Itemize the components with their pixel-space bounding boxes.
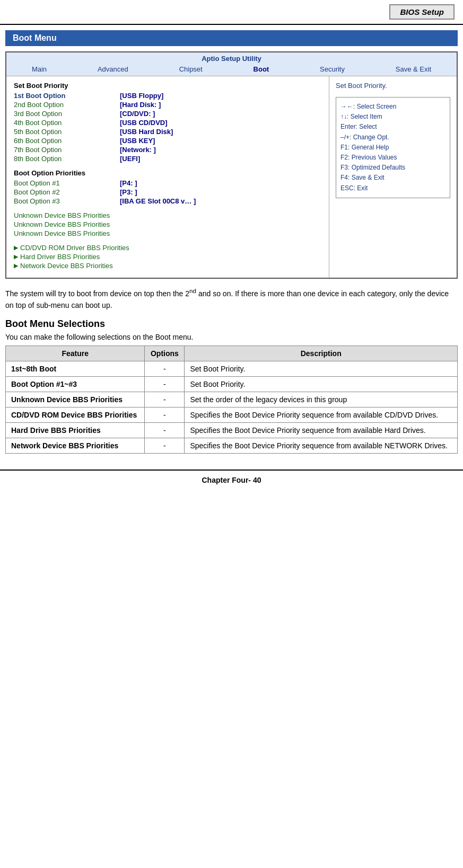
set-boot-priority-title: Set Boot Priority (14, 82, 321, 90)
priority-row-3: Boot Option #3 [IBA GE Slot 00C8 v… ] (14, 197, 321, 205)
boot-option-priorities-title: Boot Option Priorities (14, 169, 321, 177)
submenu-cdvd[interactable]: CD/DVD ROM Driver BBS Priorities (14, 244, 321, 252)
priority-value-1: [P4: ] (120, 179, 137, 187)
boot-opt-row-3: 3rd Boot Option [CD/DVD: ] (14, 110, 321, 118)
nav-tab-advanced[interactable]: Advanced (93, 64, 133, 74)
boot-opt-value-8: [UEFI] (120, 155, 140, 163)
priority-label-1[interactable]: Boot Option #1 (14, 179, 120, 187)
boot-opt-label-6[interactable]: 6th Boot Option (14, 137, 120, 145)
boot-opt-value-4: [USB CD/DVD] (120, 119, 168, 127)
hint-2: Enter: Select (340, 122, 445, 132)
table-header-description: Description (185, 346, 458, 361)
table-cell-description: Set Boot Priority. (185, 361, 458, 377)
table-cell-description: Set Boot Priority. (185, 377, 458, 392)
table-cell-description: Specifies the Boot Device Priority seque… (185, 438, 458, 454)
bios-nav-row: Main Advanced Chipset Boot Security Save… (6, 63, 457, 76)
nav-tab-chipset[interactable]: Chipset (175, 64, 207, 74)
body-text-1: The system will try to boot from device … (5, 289, 189, 298)
table-cell-feature: Unknown Device BBS Priorities (6, 392, 145, 408)
boot-opt-label-1[interactable]: 1st Boot Option (14, 92, 120, 100)
bios-left-panel: Set Boot Priority 1st Boot Option [USB F… (6, 76, 329, 278)
table-row: 1st~8th Boot - Set Boot Priority. (6, 361, 458, 377)
priority-row-1: Boot Option #1 [P4: ] (14, 179, 321, 187)
hint-3: –/+: Change Opt. (340, 132, 445, 143)
table-cell-options: - (145, 423, 185, 438)
boot-opt-row-1: 1st Boot Option [USB Floppy] (14, 92, 321, 100)
bios-title: BIOS Setup (389, 4, 455, 20)
body-text-sup: nd (189, 287, 196, 294)
unknown-device-3[interactable]: Unknown Device BBS Priorities (14, 229, 120, 237)
right-description: Set Boot Priority. (336, 82, 450, 90)
table-header-options: Options (145, 346, 185, 361)
table-cell-options: - (145, 377, 185, 392)
submenu-hdd[interactable]: Hard Driver BBS Priorities (14, 253, 321, 261)
hint-7: F4: Save & Exit (340, 173, 445, 183)
priority-label-3[interactable]: Boot Option #3 (14, 197, 120, 205)
bios-right-panel: Set Boot Priority. →←: Select Screen ↑↓:… (329, 76, 457, 278)
nav-tab-security[interactable]: Security (316, 64, 349, 74)
boot-opt-label-7[interactable]: 7th Boot Option (14, 146, 120, 154)
priority-label-2[interactable]: Boot Option #2 (14, 188, 120, 196)
nav-tab-main[interactable]: Main (28, 64, 51, 74)
boot-opt-value-7: [Network: ] (120, 146, 156, 154)
boot-opt-value-6: [USB KEY] (120, 137, 155, 145)
boot-opt-row-7: 7th Boot Option [Network: ] (14, 146, 321, 154)
boot-opt-label-4[interactable]: 4th Boot Option (14, 119, 120, 127)
footer-label: Chapter Four- 40 (202, 476, 261, 484)
bios-ui-wrapper: Aptio Setup Utility Main Advanced Chipse… (5, 51, 458, 279)
hint-5: F2: Previous Values (340, 153, 445, 163)
table-row: Boot Option #1~#3 - Set Boot Priority. (6, 377, 458, 392)
table-cell-feature: Hard Drive BBS Priorities (6, 423, 145, 438)
submenu-network[interactable]: Network Device BBS Priorities (14, 262, 321, 270)
table-header-feature: Feature (6, 346, 145, 361)
bios-nav-wrapper: Aptio Setup Utility Main Advanced Chipse… (6, 52, 457, 76)
table-row: Network Device BBS Priorities - Specifie… (6, 438, 458, 454)
aptio-title: Aptio Setup Utility (6, 52, 457, 63)
body-paragraph: The system will try to boot from device … (5, 286, 458, 311)
hint-8: ESC: Exit (340, 183, 445, 193)
page-footer: Chapter Four- 40 (0, 470, 463, 490)
priority-value-3: [IBA GE Slot 00C8 v… ] (120, 197, 196, 205)
selections-table: Feature Options Description 1st~8th Boot… (5, 346, 458, 454)
boot-opt-label-3[interactable]: 3rd Boot Option (14, 110, 120, 118)
table-cell-feature: CD/DVD ROM Device BBS Priorities (6, 408, 145, 423)
bios-hint-box: →←: Select Screen ↑↓: Select Item Enter:… (336, 97, 450, 198)
priority-value-2: [P3: ] (120, 188, 137, 196)
bios-header: BIOS Setup (0, 0, 463, 25)
table-cell-options: - (145, 392, 185, 408)
table-cell-feature: Network Device BBS Priorities (6, 438, 145, 454)
table-cell-options: - (145, 438, 185, 454)
selections-subtext: You can make the following selections on… (5, 333, 458, 341)
boot-menu-selections-heading: Boot Menu Selections (5, 318, 458, 330)
unknown-device-1[interactable]: Unknown Device BBS Priorities (14, 211, 120, 219)
hint-4: F1: General Help (340, 143, 445, 153)
boot-opt-row-5: 5th Boot Option [USB Hard Disk] (14, 128, 321, 136)
table-row: Hard Drive BBS Priorities - Specifies th… (6, 423, 458, 438)
boot-menu-heading: Boot Menu (5, 30, 458, 46)
boot-opt-label-2[interactable]: 2nd Boot Option (14, 101, 120, 109)
table-cell-feature: 1st~8th Boot (6, 361, 145, 377)
boot-opt-row-6: 6th Boot Option [USB KEY] (14, 137, 321, 145)
boot-opt-value-2: [Hard Disk: ] (120, 101, 161, 109)
nav-tab-save-exit[interactable]: Save & Exit (391, 64, 435, 74)
boot-opt-value-5: [USB Hard Disk] (120, 128, 173, 136)
boot-opt-row-2: 2nd Boot Option [Hard Disk: ] (14, 101, 321, 109)
table-cell-description: Specifies the Boot Device Priority seque… (185, 423, 458, 438)
hint-0: →←: Select Screen (340, 102, 445, 112)
table-cell-options: - (145, 361, 185, 377)
table-row: Unknown Device BBS Priorities - Set the … (6, 392, 458, 408)
table-cell-description: Specifies the Boot Device Priority seque… (185, 408, 458, 423)
boot-opt-value-3: [CD/DVD: ] (120, 110, 155, 118)
boot-opt-label-5[interactable]: 5th Boot Option (14, 128, 120, 136)
boot-opt-value-1: [USB Floppy] (120, 92, 163, 100)
table-cell-options: - (145, 408, 185, 423)
nav-tab-boot[interactable]: Boot (249, 64, 274, 74)
boot-opt-label-8[interactable]: 8th Boot Option (14, 155, 120, 163)
hint-1: ↑↓: Select Item (340, 112, 445, 122)
unknown-device-2[interactable]: Unknown Device BBS Priorities (14, 220, 120, 228)
boot-opt-row-4: 4th Boot Option [USB CD/DVD] (14, 119, 321, 127)
table-cell-description: Set the order of the legacy devices in t… (185, 392, 458, 408)
hint-6: F3: Optimized Defaults (340, 163, 445, 173)
table-cell-feature: Boot Option #1~#3 (6, 377, 145, 392)
priority-row-2: Boot Option #2 [P3: ] (14, 188, 321, 196)
